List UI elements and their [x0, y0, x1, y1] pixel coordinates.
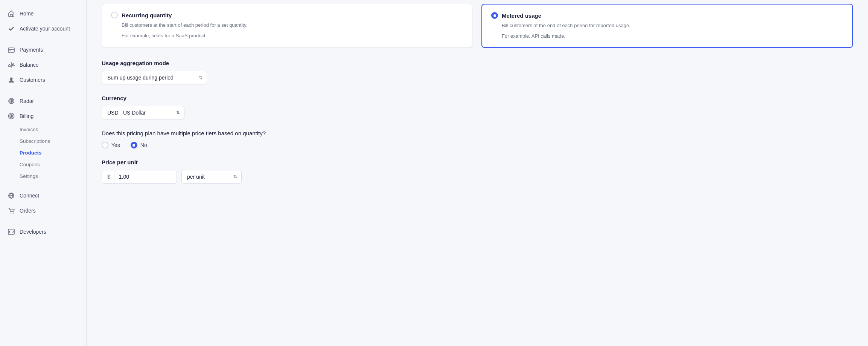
price-input[interactable] — [114, 170, 177, 183]
currency-section: Currency USD - US Dollar EUR - Euro GBP … — [102, 95, 853, 119]
usage-aggregation-section: Usage aggregation mode Sum up usage duri… — [102, 60, 853, 84]
billing-card-metered-title: Metered usage — [502, 12, 541, 19]
sidebar-item-radar[interactable]: Radar — [0, 93, 86, 109]
sidebar-sub-item-products-label: Products — [20, 150, 42, 156]
svg-point-10 — [13, 213, 14, 213]
svg-point-1 — [10, 78, 13, 80]
billing-card-recurring-header: Recurring quantity — [111, 12, 463, 18]
price-per-unit-section: Price per unit $ per unit per package pe… — [102, 159, 853, 184]
sidebar-item-billing-label: Billing — [20, 113, 34, 119]
price-tiers-no-label: No — [140, 142, 147, 148]
sidebar-item-customers-label: Customers — [20, 77, 45, 83]
billing-card-metered-header: Metered usage — [491, 12, 843, 19]
billing-icon — [8, 112, 15, 120]
price-tiers-yes-radio[interactable] — [102, 142, 108, 149]
billing-card-metered-radio[interactable] — [491, 12, 498, 19]
billing-card-recurring-radio[interactable] — [111, 12, 118, 18]
check-icon — [8, 25, 15, 32]
sidebar-item-connect[interactable]: Connect — [0, 188, 86, 203]
sidebar-item-payments[interactable]: Payments — [0, 42, 86, 57]
sidebar-item-billing[interactable]: Billing — [0, 109, 86, 124]
payments-icon — [8, 46, 15, 54]
currency-label: Currency — [102, 95, 853, 101]
price-tiers-yes-option[interactable]: Yes — [102, 142, 120, 149]
orders-icon — [8, 207, 15, 214]
developers-icon — [8, 228, 15, 236]
currency-select[interactable]: USD - US Dollar EUR - Euro GBP - British… — [102, 106, 184, 119]
price-per-unit-group: $ per unit per package per licensed seat… — [102, 170, 853, 184]
sidebar-sub-item-invoices[interactable]: Invoices — [0, 124, 86, 135]
main-content: Recurring quantity Bill customers at the… — [87, 0, 868, 346]
price-currency-symbol: $ — [102, 170, 114, 183]
sidebar-sub-item-coupons[interactable]: Coupons — [0, 159, 86, 170]
sidebar-sub-item-subscriptions[interactable]: Subscriptions — [0, 135, 86, 147]
price-per-unit-label: Price per unit — [102, 159, 853, 165]
price-tiers-yes-label: Yes — [111, 142, 120, 148]
sidebar-item-connect-label: Connect — [20, 193, 39, 199]
billing-card-recurring-desc2: For example, seats for a SaaS product. — [111, 32, 463, 40]
price-tiers-section: Does this pricing plan have multiple pri… — [102, 130, 853, 149]
usage-aggregation-select-wrapper: Sum up usage during period Maximum usage… — [102, 71, 207, 84]
home-icon — [8, 10, 15, 17]
price-tiers-question: Does this pricing plan have multiple pri… — [102, 130, 853, 136]
sidebar-sub-item-subscriptions-label: Subscriptions — [20, 138, 50, 144]
usage-aggregation-select[interactable]: Sum up usage during period Maximum usage… — [102, 71, 207, 84]
connect-icon — [8, 192, 15, 199]
sidebar-item-home[interactable]: Home — [0, 6, 86, 21]
sidebar-item-radar-label: Radar — [20, 98, 34, 104]
currency-select-wrapper: USD - US Dollar EUR - Euro GBP - British… — [102, 106, 184, 119]
billing-type-cards: Recurring quantity Bill customers at the… — [102, 4, 853, 48]
svg-rect-0 — [8, 48, 14, 52]
sidebar-item-payments-label: Payments — [20, 47, 43, 53]
price-tiers-radio-group: Yes No — [102, 142, 853, 149]
usage-aggregation-label: Usage aggregation mode — [102, 60, 853, 66]
sidebar-sub-item-products[interactable]: Products — [0, 147, 86, 159]
unit-select-wrapper: per unit per package per licensed seat ⇅ — [181, 170, 242, 184]
balance-icon — [8, 61, 15, 69]
sidebar-item-balance-label: Balance — [20, 62, 39, 68]
billing-card-metered[interactable]: Metered usage Bill customers at the end … — [481, 4, 853, 48]
sidebar-sub-item-invoices-label: Invoices — [20, 127, 38, 132]
billing-card-metered-desc2: For example, API calls made. — [491, 32, 843, 40]
price-tiers-no-radio[interactable] — [131, 142, 137, 149]
sidebar-item-orders[interactable]: Orders — [0, 203, 86, 218]
price-input-wrapper: $ — [102, 170, 177, 184]
unit-select[interactable]: per unit per package per licensed seat — [181, 170, 242, 184]
sidebar-item-activate[interactable]: Activate your account — [0, 21, 86, 36]
sidebar-item-activate-label: Activate your account — [20, 26, 70, 32]
price-tiers-no-option[interactable]: No — [131, 142, 147, 149]
radar-icon — [8, 97, 15, 105]
billing-card-metered-desc1: Bill customers at the end of each period… — [491, 22, 843, 29]
billing-card-recurring-desc1: Bill customers at the start of each peri… — [111, 21, 463, 29]
svg-point-7 — [11, 116, 12, 117]
sidebar-item-customers[interactable]: Customers — [0, 72, 86, 87]
sidebar-sub-item-settings[interactable]: Settings — [0, 170, 86, 182]
sidebar-item-balance[interactable]: Balance — [0, 57, 86, 72]
customers-icon — [8, 76, 15, 84]
sidebar-sub-item-settings-label: Settings — [20, 173, 38, 179]
sidebar-item-orders-label: Orders — [20, 208, 36, 214]
sidebar-item-developers-label: Developers — [20, 229, 46, 235]
sidebar-sub-item-coupons-label: Coupons — [20, 162, 40, 167]
billing-card-recurring[interactable]: Recurring quantity Bill customers at the… — [102, 4, 472, 48]
billing-card-recurring-title: Recurring quantity — [122, 12, 172, 18]
svg-point-9 — [11, 213, 11, 213]
sidebar-item-developers[interactable]: Developers — [0, 224, 86, 239]
sidebar-item-home-label: Home — [20, 11, 34, 17]
sidebar: Home Activate your account Payments B — [0, 0, 87, 346]
